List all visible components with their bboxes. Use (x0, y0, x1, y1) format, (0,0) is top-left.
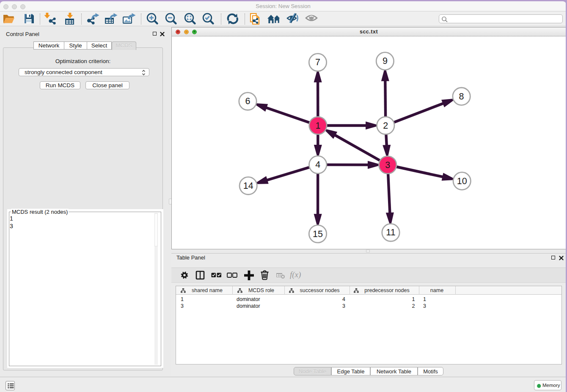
svg-text:15: 15 (313, 229, 323, 239)
svg-text:10: 10 (457, 176, 467, 186)
svg-text:6: 6 (245, 96, 250, 106)
svg-text:3: 3 (385, 160, 390, 170)
svg-text:2: 2 (383, 121, 388, 131)
svg-text:4: 4 (315, 160, 320, 170)
svg-text:7: 7 (315, 57, 320, 67)
svg-text:1: 1 (315, 121, 320, 131)
svg-text:f(x): f(x) (290, 271, 301, 279)
svg-text:8: 8 (459, 91, 464, 102)
svg-text:9: 9 (383, 56, 388, 66)
svg-text:11: 11 (386, 227, 395, 237)
svg-text:14: 14 (243, 181, 253, 191)
